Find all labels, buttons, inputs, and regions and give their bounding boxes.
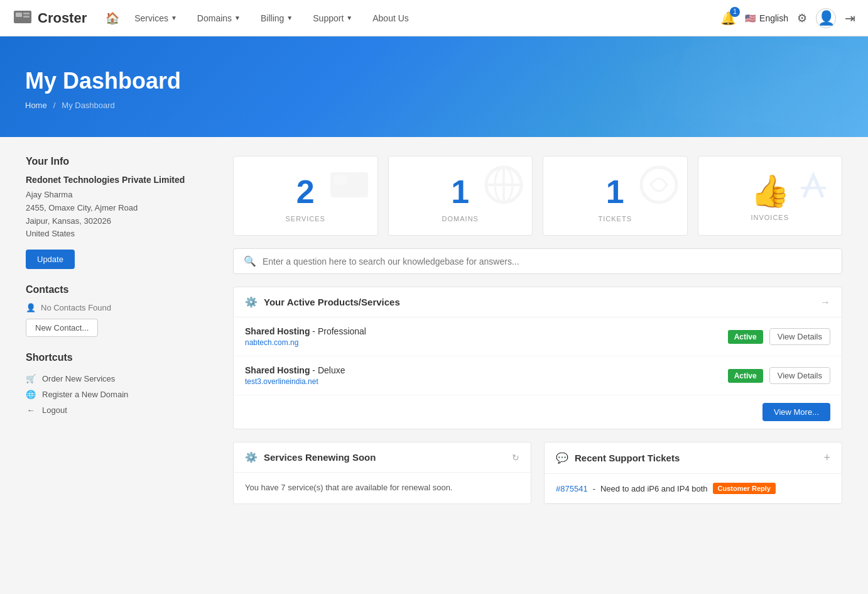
ticket-status-badge-0: Customer Reply (713, 483, 776, 494)
breadcrumb-separator: / (53, 101, 56, 110)
globe-icon: 🌐 (26, 390, 36, 399)
user-icon[interactable]: 👤 (816, 8, 836, 28)
add-ticket-icon[interactable]: + (823, 451, 830, 465)
view-more-row: View More... (234, 395, 842, 429)
content-area: 2 SERVICES 1 DOMAINS 1 TICKETS (233, 156, 842, 504)
product-name-1: Shared Hosting - Deluxe (245, 365, 345, 375)
svg-rect-5 (334, 175, 347, 185)
shortcut-order-services[interactable]: 🛒 Order New Services (26, 371, 214, 387)
notification-bell[interactable]: 🔔 1 (720, 11, 736, 26)
settings-icon[interactable]: ⚙ (797, 11, 807, 25)
svg-rect-2 (23, 13, 30, 14)
flag-icon: 🇺🇸 (745, 13, 756, 23)
nav-about[interactable]: About Us (364, 2, 418, 35)
shortcut-logout[interactable]: ← Logout (26, 402, 214, 418)
billing-caret: ▼ (286, 14, 293, 21)
hero-section: My Dashboard Home / My Dashboard (0, 36, 868, 137)
breadcrumb-home[interactable]: Home (25, 101, 47, 110)
brand-name: Croster (38, 10, 87, 26)
active-products-arrow[interactable]: → (820, 297, 830, 308)
tickets-section-icon: 💬 (556, 452, 568, 464)
your-info-heading: Your Info (26, 156, 214, 167)
renewing-section-icon: ⚙️ (245, 451, 258, 463)
renewing-soon-title: Services Renewing Soon (264, 452, 376, 463)
product-domain-1[interactable]: test3.overlineindia.net (245, 377, 345, 386)
active-products-header: ⚙️ Your Active Products/Services → (234, 287, 842, 317)
product-name-0: Shared Hosting - Professional (245, 326, 366, 336)
main-content: Your Info Redonet Technologies Private L… (1, 137, 867, 523)
contacts-section: Contacts 👤 No Contacts Found New Contact… (26, 284, 214, 337)
ticket-subject-0: Need to add iP6 and IP4 both (600, 484, 708, 493)
page-title: My Dashboard (25, 68, 843, 94)
address-country: United States (26, 228, 214, 241)
services-caret: ▼ (171, 14, 177, 21)
stat-invoices[interactable]: 👍 INVOICES (698, 156, 843, 236)
stat-domains[interactable]: 1 DOMAINS (388, 156, 533, 236)
company-name: Redonet Technologies Private Limited (26, 175, 214, 185)
update-button[interactable]: Update (26, 250, 75, 269)
logout-icon[interactable]: ⇥ (845, 11, 855, 26)
product-row-1: Shared Hosting - Deluxe test3.overlinein… (234, 356, 842, 395)
arrow-left-icon: ← (26, 405, 36, 415)
nav-support[interactable]: Support ▼ (304, 2, 361, 35)
nav-right: 🔔 1 🇺🇸 English ⚙ 👤 ⇥ (720, 8, 855, 28)
renewing-soon-body: You have 7 service(s) that are available… (234, 473, 531, 502)
breadcrumb-current: My Dashboard (62, 101, 115, 110)
stat-services[interactable]: 2 SERVICES (233, 156, 378, 236)
active-products-card: ⚙️ Your Active Products/Services → Share… (233, 287, 842, 429)
domains-caret: ▼ (234, 14, 241, 21)
stat-tickets[interactable]: 1 TICKETS (543, 156, 688, 236)
product-actions-1: Active View Details (728, 367, 830, 384)
nav-domains[interactable]: Domains ▼ (188, 2, 249, 35)
ticket-id-0[interactable]: #875541 (556, 484, 588, 493)
view-more-button[interactable]: View More... (762, 403, 830, 421)
domains-bg-icon (482, 163, 526, 213)
home-nav-icon[interactable]: 🏠 (106, 11, 119, 25)
nav-services[interactable]: Services ▼ (126, 2, 186, 35)
logo-icon (13, 7, 33, 29)
shortcuts-heading: Shortcuts (26, 352, 214, 363)
shortcut-register-domain[interactable]: 🌐 Register a New Domain (26, 387, 214, 402)
svg-rect-1 (16, 13, 22, 17)
cart-icon: 🛒 (26, 374, 36, 383)
view-details-button-1[interactable]: View Details (769, 367, 830, 384)
shortcuts-section: Shortcuts 🛒 Order New Services 🌐 Registe… (26, 352, 214, 418)
refresh-icon[interactable]: ↻ (512, 453, 519, 463)
view-details-button-0[interactable]: View Details (769, 328, 830, 345)
contact-name: Ajay Sharma (26, 189, 214, 202)
language-selector[interactable]: 🇺🇸 English (745, 13, 788, 23)
ticket-row-0: #875541 - Need to add iP6 and IP4 both C… (545, 474, 842, 503)
products-section-icon: ⚙️ (245, 296, 258, 308)
invoices-label: INVOICES (711, 214, 830, 221)
no-contacts: 👤 No Contacts Found (26, 303, 214, 312)
services-bg-icon (327, 163, 371, 213)
tickets-label: TICKETS (556, 215, 675, 223)
renewing-soon-header: ⚙️ Services Renewing Soon ↻ (234, 443, 531, 473)
tickets-bg-icon (637, 163, 681, 213)
product-info-1: Shared Hosting - Deluxe test3.overlinein… (245, 365, 345, 386)
nav-billing[interactable]: Billing ▼ (252, 2, 301, 35)
your-info-section: Your Info Redonet Technologies Private L… (26, 156, 214, 269)
breadcrumb: Home / My Dashboard (25, 101, 843, 110)
svg-point-10 (641, 167, 676, 202)
status-badge-1: Active (728, 369, 763, 383)
notification-badge: 1 (730, 7, 740, 17)
search-input[interactable] (263, 256, 832, 267)
address-line2: Jaipur, Kansas, 302026 (26, 215, 214, 228)
nav-links: Services ▼ Domains ▼ Billing ▼ Support ▼… (126, 2, 720, 35)
status-badge-0: Active (728, 330, 763, 344)
stat-cards: 2 SERVICES 1 DOMAINS 1 TICKETS (233, 156, 842, 236)
contact-icon: 👤 (26, 303, 36, 312)
new-contact-button[interactable]: New Contact... (26, 319, 98, 337)
product-info-0: Shared Hosting - Professional nabtech.co… (245, 326, 366, 347)
active-products-title: Your Active Products/Services (264, 297, 400, 307)
product-actions-0: Active View Details (728, 328, 830, 345)
search-bar: 🔍 (233, 248, 842, 274)
support-tickets-header: 💬 Recent Support Tickets + (545, 443, 842, 474)
support-tickets-card: 💬 Recent Support Tickets + #875541 - Nee… (544, 442, 842, 504)
renewing-soon-card: ⚙️ Services Renewing Soon ↻ You have 7 s… (233, 442, 531, 504)
svg-rect-3 (23, 16, 30, 18)
brand-logo[interactable]: Croster (13, 7, 87, 29)
product-domain-0[interactable]: nabtech.com.ng (245, 338, 366, 347)
product-row-0: Shared Hosting - Professional nabtech.co… (234, 317, 842, 356)
